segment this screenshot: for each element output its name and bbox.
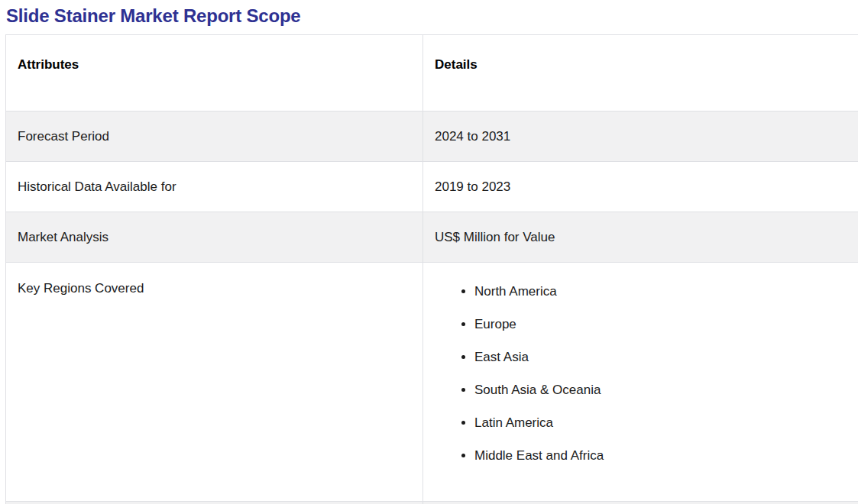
page-title: Slide Stainer Market Report Scope [6, 5, 858, 27]
header-attributes: Attributes [6, 35, 423, 111]
region-item: North America [474, 283, 847, 301]
table-row-historical-data: Historical Data Available for 2019 to 20… [6, 162, 858, 212]
detail-cell: 2024 to 2031 [423, 111, 858, 162]
table-row-partial [6, 502, 858, 504]
region-item: Latin America [474, 414, 847, 432]
region-item: Middle East and Africa [474, 447, 847, 465]
attribute-cell: Market Analysis [6, 212, 423, 263]
attribute-cell: Key Regions Covered [6, 263, 423, 502]
table-row-key-regions: Key Regions Covered North America Europe… [6, 263, 858, 502]
header-details: Details [423, 35, 858, 111]
detail-cell: US$ Million for Value [423, 212, 858, 263]
region-item: South Asia & Oceania [474, 381, 847, 399]
attribute-cell: Historical Data Available for [6, 162, 423, 212]
region-list: North America Europe East Asia South Asi… [435, 283, 847, 465]
table-header-row: Attributes Details [6, 35, 858, 111]
attribute-cell: Forecast Period [6, 111, 423, 162]
detail-cell [423, 502, 858, 504]
region-item: East Asia [474, 348, 847, 367]
region-item: Europe [474, 315, 847, 334]
detail-cell: 2019 to 2023 [423, 162, 858, 212]
table-row-market-analysis: Market Analysis US$ Million for Value [6, 212, 858, 263]
table-row-forecast-period: Forecast Period 2024 to 2031 [6, 111, 858, 162]
report-scope-table: Attributes Details Forecast Period 2024 … [5, 34, 858, 504]
detail-cell: North America Europe East Asia South Asi… [423, 263, 858, 502]
attribute-cell [6, 502, 423, 504]
